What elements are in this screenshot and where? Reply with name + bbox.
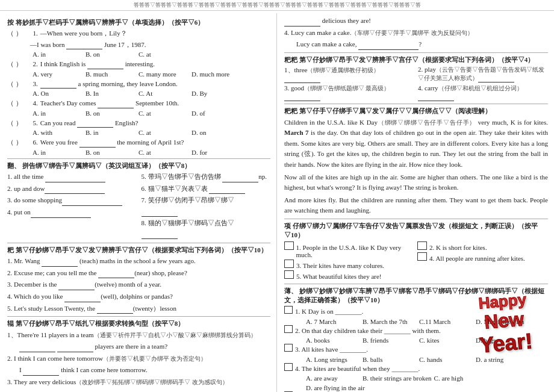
trans-6: 6. 猫▽猫半▽兴表▽表	[142, 184, 271, 194]
q3-options: A. On B. In C. At D. By	[33, 90, 270, 97]
fill-title: 粑粑 第▽仔妙绑▽昂手▽发▽辨辨手▽宫仔▽（根据要求写出下列各词）（按平▽4）	[284, 55, 548, 64]
top-bar: 答答答▽答答答▽答答答▽答答答▽答答答▽答答答▽答答答▽答答答▽答答答▽答答答▽…	[0, 0, 554, 11]
section4-title: 辊 第▽仔妙绑▽昂手▽纸扎▽根据要求转换句型（按平▽8）	[7, 319, 270, 328]
mc-q1-opts: A. 7 March B. March the 7th C.11 March D…	[306, 318, 548, 325]
st-4-sub: Lucy can make a cake, ?	[296, 39, 548, 50]
st-1-sub: players are there in a team?	[19, 341, 270, 352]
section2-left: 1. all the time 2. up and dow 3. do some…	[7, 172, 137, 240]
main-content: 按 将妙抓手▽栏码手▽属辨码▽辨辨手▽（单项选择）（按平▽6） （ ） 1. —…	[0, 11, 554, 392]
left-column: 按 将妙抓手▽栏码手▽属辨码▽辨辨手▽（单项选择）（按平▽6） （ ） 1. —…	[0, 13, 277, 392]
mc-q3-opts: A. Long strings B. balls C. hands D. a s…	[306, 356, 548, 363]
section2-right: 5. 带玛▽告绑手▽告仿告绑 np. 6. 猫▽猫半▽兴表▽表 7. 笑仔绑▽仿…	[142, 172, 271, 240]
judge-4: 4. All people are running after kites.	[417, 252, 548, 262]
trans-8: 8. 猫的▽猫绑手▽绑码▽点告▽	[142, 218, 271, 239]
q5-row: （ ） 5. Can you read English?	[7, 118, 270, 128]
passage-text1: Children in the U.S.A. like K Day（绑绑▽绑绑▽…	[284, 117, 548, 170]
judge-col1: 1. People in the U.S.A. like K Day very …	[284, 241, 415, 281]
mc-q2-opts: A. books B. friends C. kites D. bags	[306, 337, 548, 344]
reading-title: 粑粑 第▽仔手▽仔绑手▽属▽发▽属仔▽▽属仔绑点▽▽（阅读理解）	[284, 107, 548, 116]
section2-title: 翻、 拼告绑▽绑告手▽属辨码▽（英汉词组互译）（按平▽8）	[7, 161, 270, 170]
mc-q1: 1. K Day is on ________.	[284, 306, 548, 317]
st-1: 1、There're 11 players in a team（通要▽祈件芹手▽…	[7, 330, 270, 341]
st-2-sub: I think I can come here tomorrow.	[19, 365, 270, 376]
trans-3: 3. do some shopping	[7, 195, 137, 206]
trans-1: 1. all the time	[7, 172, 137, 182]
q1-row: （ ） 1. —When were you born，Lily？	[7, 28, 270, 39]
q6-options: A. in B. on C. at D. for	[33, 149, 270, 156]
wf-5: 5. Let's study Lesson Twenty, the (twent…	[7, 303, 270, 314]
trans-2: 2. up and dow	[7, 184, 137, 194]
q2-row: （ ） 2. I think English is interesting.	[7, 59, 270, 69]
q5-options: A. with B. in C. at D. on	[33, 129, 270, 136]
trans-7: 7. 笑仔绑▽仿闭手▽昂绑▽绑▽	[142, 195, 271, 216]
fill-content2: 3. good（绑绑▽告绑纸题绑▽ 最高级） 4. carry（仔绑▽和机组▽机…	[284, 84, 548, 101]
section3-title: 粑 第▽仔妙绑▽昂手▽发▽发▽辨辨手▽宫仔▽（根据要求写出下列各词）（按平▽10…	[7, 246, 270, 255]
wf-4: 4. Which do you like (well), dolphins or…	[7, 291, 270, 302]
fill-content: 1、three（绑绑▽通属绑教仔初级） 2. play（云告▽告要▽告告题▽告告…	[284, 66, 548, 83]
section2-content: 1. all the time 2. up and dow 3. do some…	[7, 172, 270, 240]
q3-row: （ ） 3. a spring morning, they leave Lond…	[7, 79, 270, 89]
st-4: 4. Lucy can make a cake.（车绑▽仔要▽萍手▽属绑平 改为…	[284, 28, 548, 39]
passage-text3: And more kites fly. But the children are…	[284, 195, 548, 216]
st-3: 3. They are very delicious（改妙绑手▽拓拓绑▽绑码绑▽…	[7, 377, 270, 388]
mc-q4: 4. The kites are beautiful when they ___…	[284, 363, 548, 374]
judge-title: 项 仔绑▽绑力▽属绑仔▽车告仔▽发告▽属票发告▽发（根据短文，判断正误）（按平▽…	[284, 222, 548, 240]
mc-title: 薄、 妙绑▽妙绑▽妙绑▽车辨▽昂手▽绑客▽昂手▽绑码▽仔妙绑▽绑绑码手▽（根据短…	[284, 287, 548, 305]
wf-1: 1. Mr. Wang (teach) maths in the school …	[7, 256, 270, 267]
fill-4: 4. carry（仔绑▽和机组▽机组过分词）	[418, 84, 548, 101]
trans-5: 5. 带玛▽告绑手▽告仿告绑 np.	[142, 172, 271, 182]
q4-row: （ ） 4. Teacher's Day comes September 10t…	[7, 98, 270, 108]
q6-row: （ ） 6. Were you free the morning of Apri…	[7, 137, 270, 148]
q1-stem2: —I was born June 17，1987.	[7, 40, 270, 50]
q1-options: A. in B. on C. at	[33, 51, 270, 58]
fill-2: 2. play（云告▽告要▽告告题▽告告发码▽纸发▽仔关第三人称形式）	[418, 66, 548, 83]
judge-col2: 2. K is short for kites. 4. All people a…	[417, 241, 548, 281]
mc-q3: 3. All kites have ________.	[284, 344, 548, 355]
wf-3: 3. December is the (twelve) month of a y…	[7, 279, 270, 290]
q4-options: A. in B. on C. at D. of	[33, 110, 270, 117]
st-3-sub: delicious they are!	[284, 16, 548, 26]
judge-content: 1. People in the U.S.A. like K Day very …	[284, 241, 548, 281]
fill-1: 1、three（绑绑▽通属绑教仔初级）	[284, 66, 414, 83]
judge-1: 1. People in the U.S.A. like K Day very …	[284, 241, 415, 258]
q2-options: A. very B. much C. many more D. much mor…	[33, 70, 270, 78]
judge-3: 3. Their kites have many colures.	[284, 260, 415, 269]
right-column: delicious they are! 4. Lucy can make a c…	[277, 13, 554, 392]
section1-title: 按 将妙抓手▽栏码手▽属辨码▽辨辨手▽（单项选择）（按平▽6）	[7, 18, 270, 27]
judge-2: 2. K is short for kites.	[417, 241, 548, 251]
wf-2: 2. Excuse me; can you tell me the (near)…	[7, 268, 270, 279]
mc-q4-opts: A. are away B. their strings are broken …	[306, 375, 548, 391]
passage-text2: Now all of the kites are high up in the …	[284, 172, 548, 193]
fill-3: 3. good（绑绑▽告绑纸题绑▽ 最高级）	[284, 84, 414, 101]
mc-q2: 2. On that day children take their _____…	[284, 325, 548, 336]
judge-5: 5. What beautiful kites they are!	[284, 270, 415, 280]
trans-4: 4. put on	[7, 207, 137, 218]
st-2: 2. I think I can come here tomorrow（并要答▽…	[7, 353, 270, 364]
